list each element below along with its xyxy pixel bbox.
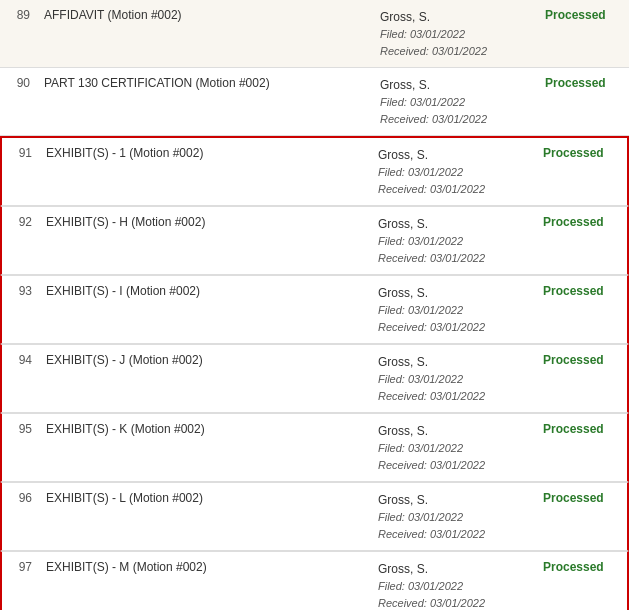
row-status: Processed [537, 138, 627, 205]
filer-name: Gross, S. [378, 284, 485, 302]
status-badge: Processed [543, 491, 604, 505]
row-status: Processed [537, 345, 627, 412]
row-number: 93 [2, 276, 40, 343]
table-row[interactable]: 93 EXHIBIT(S) - I (Motion #002) Gross, S… [0, 275, 629, 344]
row-number: 96 [2, 483, 40, 550]
filed-date: Filed: 03/01/2022 [378, 371, 485, 388]
received-date: Received: 03/01/2022 [380, 43, 487, 60]
row-number: 90 [0, 68, 38, 135]
received-date: Received: 03/01/2022 [378, 526, 485, 543]
filer-name: Gross, S. [378, 215, 485, 233]
filed-date: Filed: 03/01/2022 [378, 164, 485, 181]
row-filer: Gross, S. Filed: 03/01/2022 Received: 03… [372, 552, 537, 610]
table-row[interactable]: 89 AFFIDAVIT (Motion #002) Gross, S. Fil… [0, 0, 629, 68]
status-badge: Processed [543, 422, 604, 436]
row-filer: Gross, S. Filed: 03/01/2022 Received: 03… [372, 276, 537, 343]
row-title: EXHIBIT(S) - I (Motion #002) [40, 276, 372, 343]
received-date: Received: 03/01/2022 [378, 595, 485, 611]
row-title: EXHIBIT(S) - M (Motion #002) [40, 552, 372, 610]
row-filer: Gross, S. Filed: 03/01/2022 Received: 03… [374, 68, 539, 135]
row-title: AFFIDAVIT (Motion #002) [38, 0, 374, 67]
filer-name: Gross, S. [378, 146, 485, 164]
filer-name: Gross, S. [378, 560, 485, 578]
row-title: EXHIBIT(S) - J (Motion #002) [40, 345, 372, 412]
received-date: Received: 03/01/2022 [378, 181, 485, 198]
filer-name: Gross, S. [380, 76, 487, 94]
row-filer: Gross, S. Filed: 03/01/2022 Received: 03… [372, 414, 537, 481]
row-filer: Gross, S. Filed: 03/01/2022 Received: 03… [374, 0, 539, 67]
row-title: EXHIBIT(S) - L (Motion #002) [40, 483, 372, 550]
status-badge: Processed [543, 560, 604, 574]
row-title: EXHIBIT(S) - 1 (Motion #002) [40, 138, 372, 205]
filed-date: Filed: 03/01/2022 [378, 233, 485, 250]
table-row[interactable]: 92 EXHIBIT(S) - H (Motion #002) Gross, S… [0, 206, 629, 275]
status-badge: Processed [543, 146, 604, 160]
row-status: Processed [537, 276, 627, 343]
row-title: EXHIBIT(S) - H (Motion #002) [40, 207, 372, 274]
row-number: 95 [2, 414, 40, 481]
table-row[interactable]: 97 EXHIBIT(S) - M (Motion #002) Gross, S… [0, 551, 629, 610]
filer-name: Gross, S. [380, 8, 487, 26]
row-status: Processed [537, 483, 627, 550]
row-number: 97 [2, 552, 40, 610]
document-table: 89 AFFIDAVIT (Motion #002) Gross, S. Fil… [0, 0, 629, 610]
table-row[interactable]: 91 EXHIBIT(S) - 1 (Motion #002) Gross, S… [0, 136, 629, 206]
row-status: Processed [539, 0, 629, 67]
filer-name: Gross, S. [378, 491, 485, 509]
filed-date: Filed: 03/01/2022 [380, 94, 487, 111]
status-badge: Processed [545, 76, 606, 90]
filed-date: Filed: 03/01/2022 [378, 302, 485, 319]
row-number: 91 [2, 138, 40, 205]
row-title: PART 130 CERTIFICATION (Motion #002) [38, 68, 374, 135]
row-status: Processed [537, 552, 627, 610]
table-row[interactable]: 96 EXHIBIT(S) - L (Motion #002) Gross, S… [0, 482, 629, 551]
row-title: EXHIBIT(S) - K (Motion #002) [40, 414, 372, 481]
filed-date: Filed: 03/01/2022 [378, 578, 485, 595]
row-filer: Gross, S. Filed: 03/01/2022 Received: 03… [372, 345, 537, 412]
status-badge: Processed [543, 215, 604, 229]
received-date: Received: 03/01/2022 [378, 319, 485, 336]
status-badge: Processed [543, 284, 604, 298]
received-date: Received: 03/01/2022 [378, 250, 485, 267]
row-number: 89 [0, 0, 38, 67]
table-row[interactable]: 90 PART 130 CERTIFICATION (Motion #002) … [0, 68, 629, 136]
filer-name: Gross, S. [378, 353, 485, 371]
filer-name: Gross, S. [378, 422, 485, 440]
row-number: 92 [2, 207, 40, 274]
row-filer: Gross, S. Filed: 03/01/2022 Received: 03… [372, 207, 537, 274]
received-date: Received: 03/01/2022 [380, 111, 487, 128]
table-row[interactable]: 94 EXHIBIT(S) - J (Motion #002) Gross, S… [0, 344, 629, 413]
row-filer: Gross, S. Filed: 03/01/2022 Received: 03… [372, 483, 537, 550]
status-badge: Processed [545, 8, 606, 22]
received-date: Received: 03/01/2022 [378, 457, 485, 474]
row-status: Processed [537, 207, 627, 274]
row-number: 94 [2, 345, 40, 412]
row-status: Processed [539, 68, 629, 135]
filed-date: Filed: 03/01/2022 [378, 440, 485, 457]
filed-date: Filed: 03/01/2022 [380, 26, 487, 43]
filed-date: Filed: 03/01/2022 [378, 509, 485, 526]
row-filer: Gross, S. Filed: 03/01/2022 Received: 03… [372, 138, 537, 205]
table-row[interactable]: 95 EXHIBIT(S) - K (Motion #002) Gross, S… [0, 413, 629, 482]
row-status: Processed [537, 414, 627, 481]
received-date: Received: 03/01/2022 [378, 388, 485, 405]
status-badge: Processed [543, 353, 604, 367]
